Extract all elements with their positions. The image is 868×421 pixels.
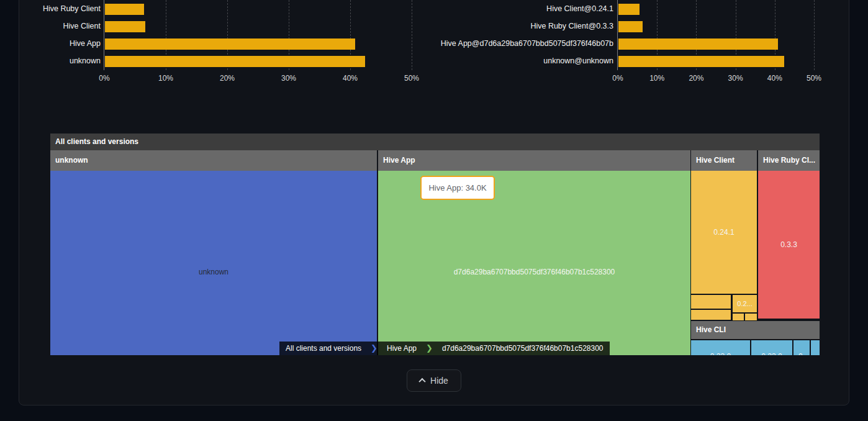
x-tick-label: 50% xyxy=(800,74,828,83)
x-tick-label: 20% xyxy=(682,74,710,83)
category-label: unknown@unknown xyxy=(543,57,613,65)
treemap-header-hive-cli[interactable]: Hive CLI xyxy=(691,321,820,339)
category-label: Hive Ruby Client@0.3.3 xyxy=(530,22,613,30)
treemap-cell-label: 0. xyxy=(798,352,805,355)
gridline xyxy=(814,0,815,70)
chevron-up-icon xyxy=(418,378,425,385)
x-tick-label: 10% xyxy=(643,74,671,83)
treemap-cell-hive-cli-4[interactable] xyxy=(811,340,820,355)
hide-button-label: Hide xyxy=(430,376,448,386)
treemap-cell-label: unknown xyxy=(199,268,228,276)
treemap-cell-label: 0.2... xyxy=(737,300,752,307)
category-label: Hive App@d7d6a29ba6707bbd5075df376f46b07… xyxy=(441,39,613,48)
treemap-title[interactable]: All clients and versions xyxy=(50,134,820,150)
treemap-breadcrumb: All clients and versions ❯ Hive App ❯ d7… xyxy=(279,342,610,355)
x-tick-label: 40% xyxy=(761,74,789,83)
treemap-header-hive-client[interactable]: Hive Client xyxy=(691,150,757,171)
chevron-right-icon: ❯ xyxy=(423,342,436,355)
treemap-cell-hive-client-tiny-1[interactable] xyxy=(733,314,744,320)
treemap-cell-label: 0.24.1 xyxy=(713,228,734,237)
bar[interactable] xyxy=(618,4,640,15)
tooltip-text: Hive App: 34.0K xyxy=(428,183,486,192)
client-versions-share-bar-chart: 0%10%20%30%40%50%Hive Client@0.24.1Hive … xyxy=(0,0,868,87)
treemap-cell-hive-client-small-1[interactable] xyxy=(691,295,731,309)
treemap-tooltip: Hive App: 34.0K xyxy=(420,176,495,200)
breadcrumb-item-hive-app[interactable]: Hive App xyxy=(381,342,423,355)
bar[interactable] xyxy=(618,21,643,32)
hide-button[interactable]: Hide xyxy=(407,369,461,392)
breadcrumb-item-version-hash[interactable]: d7d6a29ba6707bbd5075df376f46b07b1c528300 xyxy=(436,342,610,355)
treemap-cell-hive-client-0241[interactable]: 0.24.1 xyxy=(691,171,757,294)
dashboard-stage: 0%10%20%30%40%50%Hive Ruby ClientHive Cl… xyxy=(0,0,868,421)
treemap-cell-unknown[interactable]: unknown xyxy=(50,171,377,355)
treemap-cell-hive-ruby-client-033[interactable]: 0.3.3 xyxy=(758,171,820,319)
treemap-cell-label: d7d6a29ba6707bbd5075df376f46b07b1c528300 xyxy=(454,268,615,276)
y-axis-line xyxy=(617,0,618,70)
bar[interactable] xyxy=(618,38,778,50)
treemap-header-hive-ruby-client[interactable]: Hive Ruby Cl... xyxy=(758,150,820,171)
treemap-cell-hive-client-tiny-2[interactable] xyxy=(745,314,757,320)
treemap-cell-label: 0.23.0 xyxy=(710,352,731,355)
treemap-cell-hive-client-small-2[interactable] xyxy=(691,310,731,320)
treemap-cell-hive-cli-2[interactable]: 0.23.0 xyxy=(751,340,792,355)
treemap-header-unknown[interactable]: unknown xyxy=(50,150,377,171)
treemap-cell-hive-cli-3[interactable]: 0. xyxy=(793,340,810,355)
treemap-cell-hive-cli-1[interactable]: 0.23.0 xyxy=(691,340,750,355)
chevron-right-icon: ❯ xyxy=(368,342,381,355)
treemap-cell-label: 0.3.3 xyxy=(780,240,797,249)
breadcrumb-item-root[interactable]: All clients and versions xyxy=(279,342,368,355)
x-tick-label: 30% xyxy=(721,74,750,83)
treemap-cell-label: 0.23.0 xyxy=(761,352,782,355)
clients-versions-treemap: All clients and versions unknown unknown… xyxy=(50,134,820,355)
bar[interactable] xyxy=(618,56,784,67)
category-label: Hive Client@0.24.1 xyxy=(546,4,613,13)
x-tick-label: 0% xyxy=(604,74,632,83)
treemap-header-hive-app[interactable]: Hive App xyxy=(378,150,690,171)
treemap-cell-hive-client-02[interactable]: 0.2... xyxy=(733,295,757,312)
